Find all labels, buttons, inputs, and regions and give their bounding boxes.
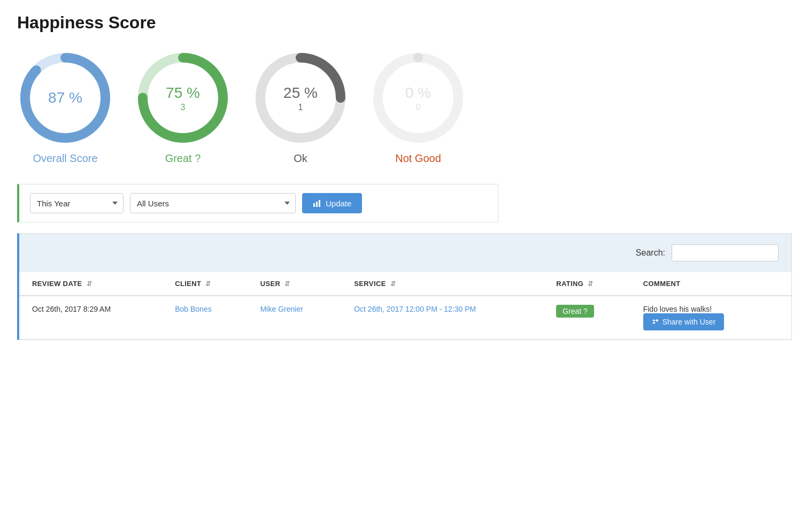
cell-client-0: Bob Bones — [162, 296, 248, 340]
donut-great: 75 % 3 — [135, 50, 231, 146]
search-input[interactable] — [672, 244, 779, 261]
search-label: Search: — [636, 248, 665, 258]
share-button[interactable]: Share with User — [643, 313, 725, 330]
col-rating: RATING ⇵ — [543, 272, 630, 296]
user-link-0[interactable]: Mike Grenier — [260, 305, 303, 313]
svg-rect-10 — [319, 200, 320, 207]
score-card-notgood: 0 % 0 Not Good — [370, 50, 466, 165]
pct-great: 75 % — [166, 84, 200, 101]
label-great: Great ? — [165, 152, 201, 165]
table-header-bar: Search: — [19, 234, 791, 272]
data-table: REVIEW DATE ⇵ CLIENT ⇵ USER ⇵ SERVICE ⇵ … — [19, 272, 791, 340]
sort-icon-review-date[interactable]: ⇵ — [87, 280, 92, 288]
table-row: Oct 26th, 2017 8:29 AM Bob Bones Mike Gr… — [19, 296, 791, 340]
donut-ok: 25 % 1 — [252, 50, 349, 146]
label-notgood: Not Good — [395, 152, 441, 165]
client-link-0[interactable]: Bob Bones — [175, 305, 212, 313]
col-user: USER ⇵ — [248, 272, 341, 296]
sort-icon-rating[interactable]: ⇵ — [588, 280, 593, 288]
table-header-row: REVIEW DATE ⇵ CLIENT ⇵ USER ⇵ SERVICE ⇵ … — [19, 272, 791, 296]
cell-rating-0: Great ? — [543, 296, 630, 340]
update-button[interactable]: Update — [302, 193, 362, 213]
svg-rect-9 — [316, 202, 318, 207]
service-link-0[interactable]: Oct 26th, 2017 12:00 PM - 12:30 PM — [354, 305, 476, 313]
col-client: CLIENT ⇵ — [162, 272, 248, 296]
cell-service-0: Oct 26th, 2017 12:00 PM - 12:30 PM — [341, 296, 543, 340]
col-service: SERVICE ⇵ — [341, 272, 543, 296]
col-comment: COMMENT — [630, 272, 791, 296]
score-card-great: 75 % 3 Great ? — [135, 50, 231, 165]
score-card-overall: 87 % Overall Score — [17, 50, 113, 165]
pct-ok: 25 % — [283, 84, 318, 101]
bar-chart-icon — [313, 199, 321, 207]
score-cards: 87 % Overall Score 75 % 3 Great ? — [17, 50, 792, 165]
donut-overall: 87 % — [17, 50, 113, 146]
users-select[interactable]: All Users Mike Grenier Bob Bones — [130, 193, 296, 213]
donut-notgood: 0 % 0 — [370, 50, 466, 146]
svg-rect-8 — [313, 203, 315, 207]
sort-icon-user[interactable]: ⇵ — [284, 280, 290, 288]
pct-overall: 87 % — [48, 89, 82, 106]
rating-badge-0: Great ? — [556, 305, 594, 318]
col-review-date: REVIEW DATE ⇵ — [19, 272, 162, 296]
cell-date-0: Oct 26th, 2017 8:29 AM — [19, 296, 162, 340]
share-icon — [652, 318, 659, 326]
comment-text-0: Fido loves his walks! — [643, 305, 712, 313]
sort-icon-client[interactable]: ⇵ — [205, 280, 211, 288]
label-ok: Ok — [294, 152, 307, 165]
year-select[interactable]: This Year Last Year All Time — [30, 193, 124, 213]
filters-section: This Year Last Year All Time All Users M… — [17, 184, 498, 222]
score-card-ok: 25 % 1 Ok — [252, 50, 349, 165]
sort-icon-service[interactable]: ⇵ — [390, 280, 396, 288]
pct-notgood: 0 % — [405, 84, 431, 101]
table-section: Search: REVIEW DATE ⇵ CLIENT ⇵ USER ⇵ SE… — [17, 233, 792, 340]
cell-user-0: Mike Grenier — [248, 296, 341, 340]
page-title: Happiness Score — [17, 13, 792, 33]
label-overall: Overall Score — [33, 152, 97, 165]
cell-comment-0: Fido loves his walks! Share with User — [630, 296, 791, 340]
